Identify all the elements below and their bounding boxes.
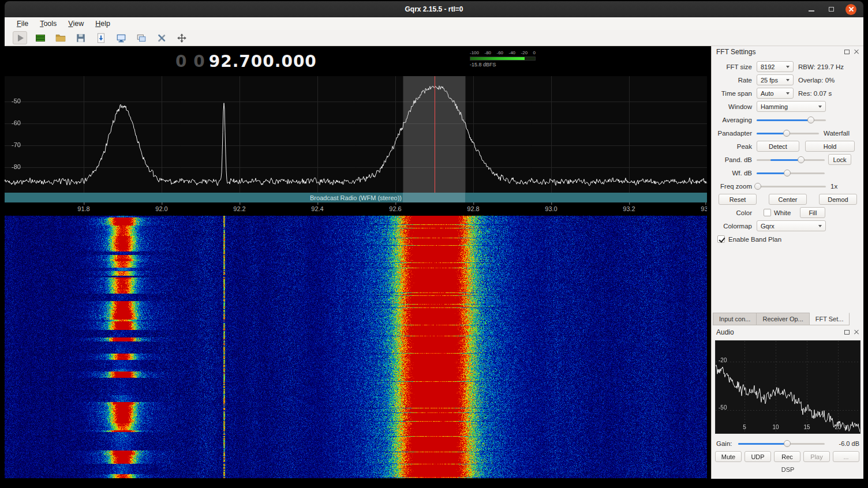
slider-knob[interactable] <box>807 117 814 123</box>
spectrum-canvas[interactable] <box>5 76 707 193</box>
play-label: Play <box>810 453 822 460</box>
wrench-icon <box>156 33 167 43</box>
panadapter-label: Panadapter <box>716 130 752 137</box>
reset-label: Reset <box>729 196 746 203</box>
averaging-slider[interactable] <box>757 115 826 125</box>
frequency-display[interactable]: 0 0 92.700.000 <box>175 52 317 71</box>
close-dock-icon[interactable] <box>854 49 859 55</box>
lock-label: Lock <box>833 156 846 163</box>
menu-tools[interactable]: Tools <box>35 18 62 29</box>
play-button[interactable]: Play <box>803 451 830 462</box>
start-dsp-button[interactable] <box>13 31 27 44</box>
tab-input-controls[interactable]: Input con... <box>713 313 757 325</box>
pandapter-db-range-slider[interactable] <box>757 155 825 164</box>
fft-size-select[interactable]: 8192 <box>757 61 794 72</box>
time-span-select[interactable]: Auto <box>757 88 794 99</box>
close-dock-icon[interactable] <box>854 329 859 335</box>
window-value: Hamming <box>761 103 815 110</box>
io-config-button[interactable] <box>154 31 169 44</box>
window-select[interactable]: Hamming <box>757 101 826 112</box>
meter-tick: 0 <box>533 51 536 55</box>
udp-button[interactable]: UDP <box>744 451 771 462</box>
enable-band-plan-label: Enable Band Plan <box>728 236 781 243</box>
frequency-leading-zeros: 0 0 <box>175 52 205 71</box>
fft-size-value: 8192 <box>761 63 783 70</box>
save-settings-button[interactable] <box>73 31 88 44</box>
peak-detect-button[interactable]: Detect <box>757 141 799 152</box>
rec-button[interactable]: Rec <box>774 451 800 462</box>
freq-tick-label: 92.2 <box>233 205 245 212</box>
tab-label: Receiver Op... <box>762 316 803 322</box>
fullscreen-button[interactable] <box>174 31 189 44</box>
rec-label: Rec <box>781 453 793 460</box>
averaging-label: Averaging <box>716 117 752 123</box>
remote-control-button[interactable] <box>114 31 128 44</box>
audio-gain-slider[interactable] <box>738 439 825 448</box>
demod-button[interactable]: Demod <box>819 194 857 205</box>
slider-knob[interactable] <box>784 440 791 447</box>
white-checkbox[interactable] <box>764 209 771 216</box>
maximize-button[interactable] <box>826 4 836 14</box>
folder-icon <box>55 33 66 43</box>
freq-zoom-slider[interactable] <box>757 182 826 191</box>
enable-band-plan-checkbox[interactable] <box>717 235 725 243</box>
waterfall[interactable] <box>5 216 707 478</box>
page-download-icon <box>96 33 106 43</box>
gain-value: -6.0 dB <box>839 440 859 447</box>
more-button[interactable]: ... <box>833 451 859 462</box>
demod-label: Demod <box>828 196 848 203</box>
slider-knob[interactable] <box>754 183 761 190</box>
minimize-button[interactable] <box>806 4 817 14</box>
dsp-dock-label: DSP <box>712 466 864 473</box>
fill-button[interactable]: Fill <box>800 207 825 218</box>
menu-view[interactable]: View <box>63 18 89 29</box>
right-dock-panel: FFT Settings FFT size 8192 RBW: 219.7 Hz… <box>711 46 863 479</box>
float-dock-icon[interactable] <box>844 330 850 335</box>
udp-label: UDP <box>751 453 764 460</box>
tab-label: Input con... <box>719 316 750 322</box>
waterfall-canvas[interactable] <box>5 216 707 478</box>
tab-receiver-options[interactable]: Receiver Op... <box>757 313 809 325</box>
time-span-value: Auto <box>761 90 783 97</box>
minimize-icon <box>809 10 814 12</box>
frequency-axis: 91.8 92.0 92.2 92.4 92.6 92.8 93.0 93.2 … <box>5 202 707 216</box>
res-value: Res: 0.07 s <box>798 90 832 97</box>
float-dock-icon[interactable] <box>844 50 850 54</box>
slider-fill <box>738 443 788 445</box>
panadapter-split-slider[interactable] <box>757 129 819 138</box>
slider-fill <box>757 172 787 174</box>
load-settings-button[interactable] <box>53 31 68 44</box>
slider-knob[interactable] <box>783 130 790 137</box>
slider-knob[interactable] <box>798 156 805 163</box>
audio-canvas <box>716 341 860 433</box>
tab-fft-settings[interactable]: FFT Set... <box>810 313 850 325</box>
pandapter[interactable] <box>5 76 707 193</box>
wf-db-label: Wf. dB <box>716 170 752 177</box>
colormap-select[interactable]: Gqrx <box>757 220 826 231</box>
close-button[interactable] <box>845 4 856 15</box>
mute-button[interactable]: Mute <box>715 451 742 462</box>
iq-record-button[interactable] <box>33 31 47 44</box>
dbfs-meter-bar <box>470 57 536 61</box>
peak-hold-button[interactable]: Hold <box>805 141 855 152</box>
db-axis-label: -50 <box>12 97 21 104</box>
slider-knob[interactable] <box>784 170 791 177</box>
hold-label: Hold <box>824 143 837 150</box>
spectrum-panel: 0 0 92.700.000 -100 -80 -60 -40 -20 0 -1… <box>5 46 711 479</box>
freq-tick-label: 91.8 <box>77 205 89 212</box>
menu-file[interactable]: File <box>12 18 33 29</box>
gain-label: Gain: <box>716 440 732 447</box>
dock-tab-bar: Input con... Receiver Op... FFT Set... <box>713 313 850 325</box>
waterfall-db-range-slider[interactable] <box>757 168 825 178</box>
menu-help[interactable]: Help <box>90 18 115 29</box>
bookmarks-button[interactable] <box>93 31 108 44</box>
reset-button[interactable]: Reset <box>719 194 757 205</box>
band-plan-highlight <box>403 193 465 202</box>
rate-select[interactable]: 25 fps <box>757 74 794 85</box>
iq-tool-button[interactable] <box>134 31 148 44</box>
fft-size-label: FFT size <box>716 63 752 70</box>
center-button[interactable]: Center <box>769 194 807 205</box>
pandapter-lock-button[interactable]: Lock <box>828 154 851 165</box>
more-label: ... <box>843 453 848 460</box>
maximize-icon <box>829 7 834 12</box>
